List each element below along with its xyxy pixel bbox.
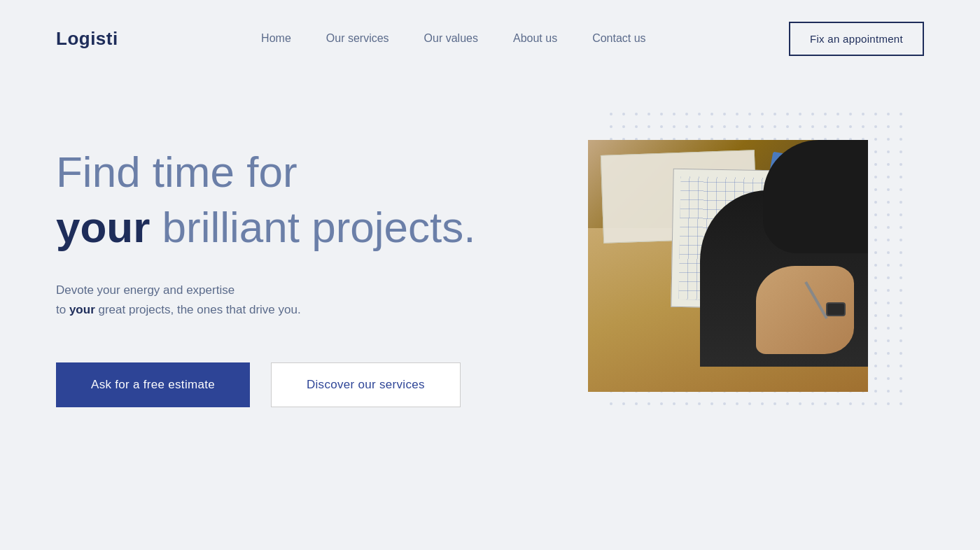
person-head [763,140,868,253]
hero-title-rest: brilliant projects. [150,203,475,251]
photo-simulation [588,140,868,392]
hero-photo [588,140,868,392]
ask-estimate-button[interactable]: Ask for a free estimate [56,362,250,407]
discover-services-button[interactable]: Discover our services [271,362,461,407]
hero-title-line1: Find time for [56,147,546,197]
nav-item-about[interactable]: About us [513,32,557,45]
nav-item-home[interactable]: Home [261,32,291,45]
nav-item-values[interactable]: Our values [424,32,478,45]
fix-appointment-button[interactable]: Fix an appointment [789,22,924,56]
subtitle-line2-prefix: to [56,303,69,316]
subtitle-line2-suffix: great projects, the ones that drive you. [95,303,301,316]
hero-title-line2: your brilliant projects. [56,202,546,252]
nav-item-services[interactable]: Our services [326,32,389,45]
header: Logisti Home Our services Our values Abo… [0,0,980,77]
subtitle-line1: Devote your energy and expertise [56,283,234,297]
main-nav: Home Our services Our values About us Co… [261,32,646,45]
hero-content: Find time for your brilliant projects. D… [56,119,546,407]
hero-image-wrapper [588,119,889,371]
hero-subtitle: Devote your energy and expertise to your… [56,281,546,321]
wrist-watch [826,302,846,316]
hero-buttons: Ask for a free estimate Discover our ser… [56,362,546,407]
nav-item-contact[interactable]: Contact us [592,32,645,45]
hero-title-bold: your [56,203,150,251]
subtitle-bold: your [69,303,95,316]
logo: Logisti [56,28,118,50]
hero-section: Find time for your brilliant projects. D… [0,77,980,463]
